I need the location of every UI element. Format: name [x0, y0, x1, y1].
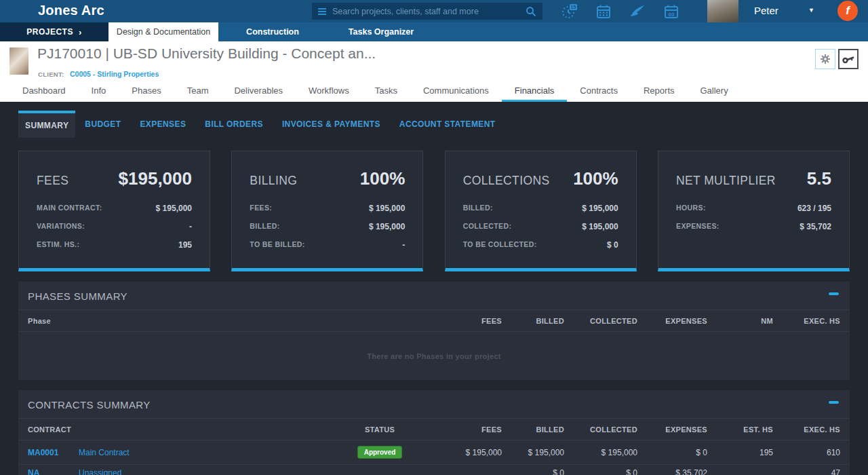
app-window: Jones Arc 15 [0, 0, 868, 475]
phases-summary-panel: PHASES SUMMARY Phase FEES BILLED COLLECT… [18, 282, 850, 380]
flow-swoosh-icon[interactable] [629, 3, 646, 20]
billing-card: BILLING 100% FEES: $ 195,000 BILLED: $ 1… [231, 151, 423, 271]
project-client: CLIENT: C0005 - Stirling Properties [38, 67, 159, 79]
global-search [312, 3, 542, 20]
schedule-icon[interactable]: 03 [663, 3, 679, 20]
subtab-bill-orders[interactable]: BILL ORDERS [195, 111, 273, 138]
contract-code-link[interactable]: MA0001 [28, 448, 58, 457]
user-name: Peter [754, 5, 778, 16]
user-menu-caret-icon[interactable]: ▼ [808, 7, 814, 14]
contract-name-link[interactable]: Main Contract [79, 448, 130, 457]
key-icon [842, 55, 854, 64]
collapse-icon[interactable] [829, 401, 839, 404]
project-title: PJ170010 | UB-SD University Building - C… [37, 45, 376, 62]
card-row: ESTIM. HS.: 195 [37, 240, 192, 250]
module-tab-construction[interactable]: Construction [218, 22, 327, 41]
card-row: BILLED: $ 195,000 [250, 222, 405, 231]
card-title: FEES [37, 174, 68, 188]
module-tab-design-documentation[interactable]: Design & Documentation [108, 22, 218, 41]
collections-card: COLLECTIONS 100% BILLED: $ 195,000 COLLE… [445, 151, 637, 271]
project-settings-button[interactable] [815, 49, 835, 69]
svg-text:15: 15 [571, 5, 576, 10]
card-title: BILLING [250, 174, 297, 188]
svg-text:03: 03 [669, 11, 675, 17]
card-row: HOURS: 623 / 195 [676, 204, 831, 213]
card-row: TO BE COLLECTED: $ 0 [463, 240, 618, 250]
tab-gallery[interactable]: Gallery [688, 81, 741, 102]
chevron-right-icon: › [79, 27, 82, 37]
project-access-button[interactable] [838, 49, 859, 69]
status-badge: Approved [357, 446, 403, 459]
card-row: EXPENSES: $ 35,702 [676, 222, 831, 231]
card-row: MAIN CONTRACT: $ 195,000 [37, 204, 192, 213]
subtab-account-statement[interactable]: ACCOUNT STATEMENT [390, 111, 505, 138]
phases-empty-message: There are no Phases in your project [18, 332, 850, 380]
user-avatar[interactable] [707, 0, 738, 22]
projects-menu-button[interactable]: PROJECTS › [0, 22, 108, 41]
module-tab-tasks-organizer[interactable]: Tasks Organizer [327, 22, 435, 41]
card-row: BILLED: $ 195,000 [463, 204, 618, 213]
contracts-summary-panel: CONTRACTS SUMMARY CONTRACT STATUS FEES B… [18, 390, 850, 475]
subtab-budget[interactable]: BUDGET [75, 111, 130, 138]
panel-title: PHASES SUMMARY [28, 290, 127, 302]
project-thumbnail [9, 48, 28, 75]
search-icon[interactable] [526, 6, 536, 17]
subtab-summary[interactable]: SUMMARY [18, 111, 75, 138]
help-chat-icon[interactable]: f [837, 1, 858, 21]
kpi-cards: FEES $195,000 MAIN CONTRACT: $ 195,000 V… [18, 151, 850, 271]
tab-communications[interactable]: Communications [410, 81, 502, 102]
card-row: VARIATIONS: - [37, 222, 192, 231]
tab-contracts[interactable]: Contracts [567, 81, 631, 102]
financials-subtabs: SUMMARY BUDGET EXPENSES BILL ORDERS INVO… [18, 102, 868, 138]
card-value: 100% [573, 168, 618, 189]
net-multiplier-card: NET MULTIPLIER 5.5 HOURS: 623 / 195 EXPE… [658, 151, 850, 271]
card-value: 100% [360, 168, 406, 189]
contract-row: NA Unassigned $ 0 $ 0 $ 35,702 47 [18, 465, 850, 475]
fees-card: FEES $195,000 MAIN CONTRACT: $ 195,000 V… [18, 151, 210, 271]
project-nav: Dashboard Info Phases Team Deliverables … [0, 81, 868, 102]
contracts-table-header: CONTRACT STATUS FEES BILLED COLLECTED EX… [18, 418, 850, 440]
tab-team[interactable]: Team [174, 81, 222, 102]
contract-row: MA0001 Main Contract Approved $ 195,000 … [18, 440, 850, 465]
timesheet-icon[interactable]: 15 [561, 3, 578, 20]
contract-code-link[interactable]: NA [28, 468, 39, 475]
tab-dashboard[interactable]: Dashboard [9, 81, 79, 102]
contract-name-link[interactable]: Unassigned [79, 468, 121, 475]
client-label: CLIENT: [38, 71, 64, 78]
panel-title: CONTRACTS SUMMARY [28, 399, 151, 411]
tab-financials[interactable]: Financials [502, 81, 568, 102]
collapse-icon[interactable] [829, 292, 839, 295]
gear-icon [821, 54, 830, 64]
topbar: Jones Arc 15 [0, 0, 868, 22]
tab-reports[interactable]: Reports [631, 81, 688, 102]
search-input[interactable] [332, 7, 526, 16]
tab-workflows[interactable]: Workflows [296, 81, 362, 102]
financials-content: SUMMARY BUDGET EXPENSES BILL ORDERS INVO… [0, 102, 868, 475]
card-row: TO BE BILLED: - [250, 240, 405, 250]
card-row: COLLECTED: $ 195,000 [463, 222, 618, 231]
brand-logo: Jones Arc [38, 3, 104, 18]
tab-info[interactable]: Info [79, 81, 119, 102]
card-row: FEES: $ 195,000 [250, 204, 405, 213]
card-title: COLLECTIONS [463, 174, 550, 188]
phases-table-header: Phase FEES BILLED COLLECTED EXPENSES NM … [18, 309, 850, 332]
subtab-expenses[interactable]: EXPENSES [130, 111, 195, 138]
card-title: NET MULTIPLIER [676, 174, 776, 188]
tab-phases[interactable]: Phases [119, 81, 174, 102]
module-tab-bar: PROJECTS › Design & Documentation Constr… [0, 22, 868, 41]
tab-tasks[interactable]: Tasks [362, 81, 410, 102]
calendar-icon[interactable] [595, 3, 612, 20]
client-link[interactable]: C0005 - Stirling Properties [70, 70, 159, 78]
topbar-icons: 15 [561, 0, 679, 22]
tab-deliverables[interactable]: Deliverables [221, 81, 296, 102]
subtab-invoices-payments[interactable]: INVOICES & PAYMENTS [273, 111, 390, 138]
card-value: $195,000 [119, 168, 192, 189]
project-header: PJ170010 | UB-SD University Building - C… [0, 41, 868, 81]
search-filter-icon [318, 7, 326, 16]
card-value: 5.5 [807, 168, 831, 189]
